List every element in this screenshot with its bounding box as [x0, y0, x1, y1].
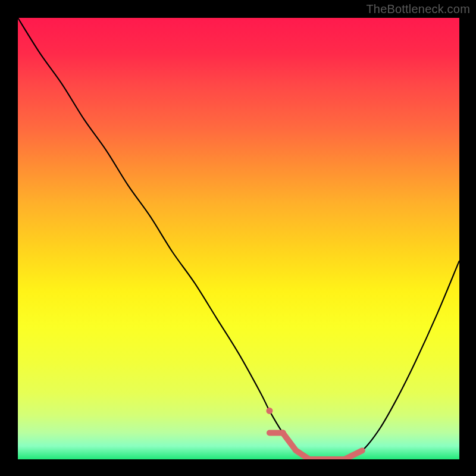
data-marker [266, 408, 273, 414]
watermark-text: TheBottleneck.com [366, 2, 470, 16]
chart-plot-area [18, 18, 459, 459]
bottleneck-curve [18, 18, 459, 459]
chart-svg [18, 18, 459, 459]
optimal-zone-highlight [270, 433, 362, 459]
data-marker [280, 430, 286, 436]
